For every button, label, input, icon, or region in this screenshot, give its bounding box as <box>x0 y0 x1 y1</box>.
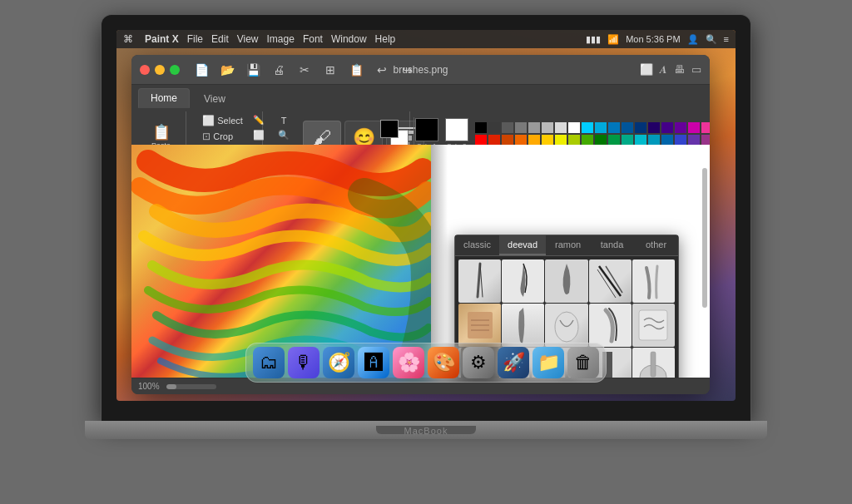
save-icon[interactable]: 💾 <box>241 59 265 81</box>
maximize-button[interactable] <box>170 65 180 75</box>
brush-cell-10[interactable] <box>632 304 675 347</box>
appstore-icon[interactable]: 🅰 <box>358 347 389 378</box>
font-icon[interactable]: 𝑨 <box>660 63 667 77</box>
color-cell[interactable] <box>622 122 633 133</box>
crop-button[interactable]: ⊡ Crop <box>199 129 236 144</box>
color-cell[interactable] <box>475 122 487 133</box>
color-cell[interactable] <box>528 122 540 133</box>
tab-other[interactable]: other <box>634 235 678 255</box>
menu-list-icon[interactable]: ≡ <box>724 34 729 44</box>
color1-swatch[interactable] <box>415 118 438 141</box>
print-icon[interactable]: 🖨 <box>267 59 290 81</box>
color-cell[interactable] <box>675 135 686 146</box>
color-cell[interactable] <box>488 135 500 146</box>
pencil-button[interactable]: ✏️ <box>250 113 268 127</box>
color-cell[interactable] <box>502 135 513 146</box>
zoom-button[interactable]: 🔍 <box>275 128 293 142</box>
paste-top-icon[interactable]: 📋 <box>344 59 368 81</box>
color-cell[interactable] <box>688 135 700 146</box>
menu-image[interactable]: Image <box>267 33 295 45</box>
tab-tanda[interactable]: tanda <box>590 235 634 255</box>
tab-ramon[interactable]: ramon <box>546 235 590 255</box>
cut-icon[interactable]: ✂ <box>293 59 316 81</box>
view-icon[interactable]: ⬜ <box>640 63 653 76</box>
color-cell[interactable] <box>568 135 580 146</box>
brush-cell-15[interactable] <box>632 348 675 378</box>
color-cell[interactable] <box>595 135 607 146</box>
color-cell[interactable] <box>635 122 646 133</box>
collapse-icon[interactable]: ▭ <box>691 63 701 76</box>
brush-cell-6[interactable] <box>458 304 501 347</box>
tab-home[interactable]: Home <box>138 88 190 108</box>
menu-window[interactable]: Window <box>331 33 367 45</box>
search-icon[interactable]: 🔍 <box>706 34 717 45</box>
menu-file[interactable]: File <box>187 33 203 45</box>
new-icon[interactable]: 📄 <box>190 59 213 81</box>
brush-cell-8[interactable] <box>545 304 587 347</box>
color-cell[interactable] <box>502 122 513 133</box>
color-cell[interactable] <box>661 122 673 133</box>
color-cell[interactable] <box>622 135 633 146</box>
minimize-button[interactable] <box>155 65 165 75</box>
eraser-button[interactable]: ⬜ <box>250 128 268 142</box>
menu-font[interactable]: Font <box>303 33 323 45</box>
color-cell[interactable] <box>542 135 553 146</box>
color-cell[interactable] <box>648 122 660 133</box>
brush-cell-3[interactable] <box>545 259 587 303</box>
color-cell[interactable] <box>582 122 593 133</box>
color-cell[interactable] <box>475 135 487 146</box>
paintx-icon[interactable]: 🎨 <box>428 347 459 378</box>
color-cell[interactable] <box>608 135 620 146</box>
safari-icon[interactable]: 🧭 <box>323 347 354 378</box>
trash-icon[interactable]: 🗑 <box>567 347 599 378</box>
finder-icon[interactable]: 🗂 <box>253 347 285 378</box>
tab-deevad[interactable]: deevad <box>499 235 546 255</box>
brush-cell-1[interactable] <box>458 259 501 303</box>
close-button[interactable] <box>140 65 150 75</box>
color-cell[interactable] <box>701 122 710 133</box>
color-cell[interactable] <box>515 122 527 133</box>
apple-logo[interactable]: ⌘ <box>123 33 133 45</box>
undo-icon[interactable]: ↩ <box>370 59 394 81</box>
color-cell[interactable] <box>542 122 553 133</box>
color-cell[interactable] <box>582 135 593 146</box>
color-cell[interactable] <box>555 122 567 133</box>
copy-icon[interactable]: ⊞ <box>319 59 342 81</box>
open-icon[interactable]: 📂 <box>215 59 239 81</box>
photos-icon[interactable]: 🌸 <box>393 347 424 378</box>
printer-icon[interactable]: 🖶 <box>674 63 685 76</box>
tab-classic[interactable]: classic <box>455 235 499 255</box>
brush-cell-9[interactable] <box>589 304 632 347</box>
siri-icon[interactable]: 🎙 <box>288 347 320 378</box>
color-cell[interactable] <box>528 135 540 146</box>
color-cell[interactable] <box>661 135 673 146</box>
color-cell[interactable] <box>595 122 607 133</box>
color-cell[interactable] <box>635 135 646 146</box>
color-cell[interactable] <box>701 135 710 146</box>
brush-cell-4[interactable] <box>589 259 632 303</box>
color2-swatch[interactable] <box>445 118 468 141</box>
color-cell[interactable] <box>488 122 500 133</box>
menu-help[interactable]: Help <box>375 33 396 45</box>
settings-icon[interactable]: ⚙ <box>463 347 494 378</box>
brush-cell-5[interactable] <box>632 259 675 303</box>
fg-color-box[interactable] <box>380 120 399 138</box>
color-cell[interactable] <box>648 135 660 146</box>
color-cell[interactable] <box>675 122 686 133</box>
menu-edit[interactable]: Edit <box>211 33 229 45</box>
text-button[interactable]: T <box>278 114 290 127</box>
select-button[interactable]: ⬜ Select <box>199 113 246 128</box>
color-cell[interactable] <box>515 135 527 146</box>
tab-view[interactable]: View <box>191 89 238 108</box>
color-cell[interactable] <box>555 135 567 146</box>
menu-view[interactable]: View <box>237 33 259 45</box>
color-cell[interactable] <box>688 122 700 133</box>
scrollbar-thumb[interactable] <box>702 168 707 308</box>
color-cell[interactable] <box>568 122 580 133</box>
brush-cell-2[interactable] <box>502 259 544 303</box>
launchpad-icon[interactable]: 🚀 <box>498 347 529 378</box>
color-cell[interactable] <box>608 122 620 133</box>
menu-app-name[interactable]: Paint X <box>145 33 179 45</box>
folder-blue-icon[interactable]: 📁 <box>532 347 564 378</box>
brush-cell-7[interactable] <box>502 304 544 347</box>
